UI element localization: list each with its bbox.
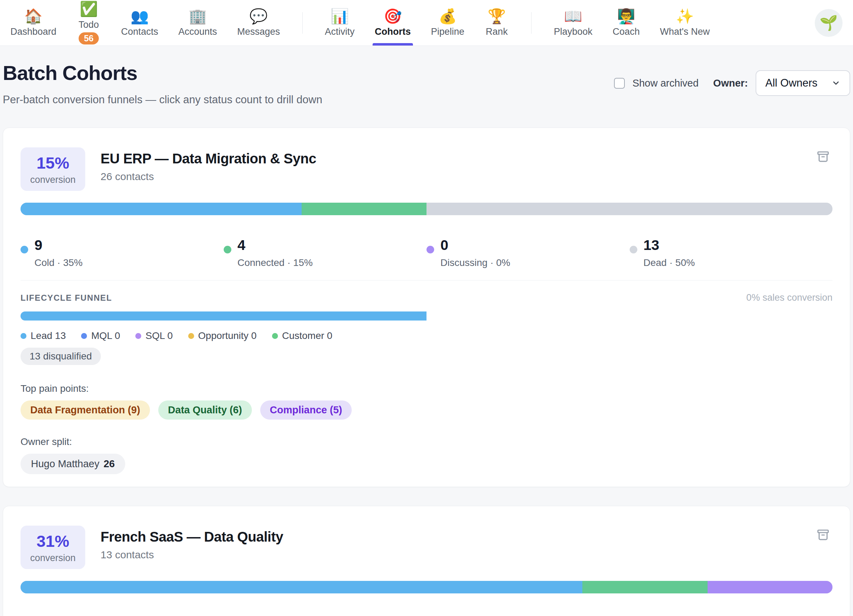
head-controls: Show archived Owner: All Owners: [614, 70, 850, 96]
legend-item: Lead 13: [21, 330, 66, 341]
owner-split-label: Owner split:: [21, 436, 832, 447]
archive-button[interactable]: [814, 526, 832, 545]
legend-label: Lead 13: [30, 330, 66, 341]
dashboard-icon: 🏠: [24, 8, 42, 24]
show-archived-label: Show archived: [633, 77, 698, 89]
pipeline-icon: 💰: [439, 8, 457, 24]
status-dot: [21, 246, 28, 253]
status-count: 0: [440, 238, 510, 253]
pain-point-chip: Compliance (5): [260, 401, 352, 419]
cohort-title: EU ERP — Data Migration & Sync: [100, 151, 316, 166]
cohorts-page: Batch Cohorts Per-batch conversion funne…: [0, 61, 853, 616]
pain-point-chip: Data Quality (6): [158, 401, 252, 419]
bar-segment-discussing: [707, 581, 832, 593]
legend-label: SQL 0: [146, 330, 173, 341]
page-subtitle: Per-batch conversion funnels — click any…: [3, 94, 322, 106]
contacts-label: Contacts: [121, 26, 158, 37]
status-distribution-bar: [21, 203, 832, 215]
status-dot: [630, 246, 637, 253]
nav-item-pipeline[interactable]: 💰 Pipeline: [431, 0, 464, 45]
archive-button[interactable]: [814, 147, 832, 167]
pain-point-chips: Data Fragmentation (9)Data Quality (6)Co…: [21, 401, 832, 419]
nav-item-messages[interactable]: 💬 Messages: [237, 0, 280, 45]
status-count-cell[interactable]: 0Discussing · 0%: [426, 238, 630, 268]
conversion-caption: conversion: [30, 553, 76, 563]
page-head-left: Batch Cohorts Per-batch conversion funne…: [3, 61, 322, 106]
pipeline-label: Pipeline: [431, 26, 464, 37]
show-archived-checkbox[interactable]: [614, 78, 625, 89]
todo-count-badge: 56: [79, 32, 99, 44]
cohorts-icon: 🎯: [384, 8, 402, 24]
owner-split-section: Owner split: Hugo Matthaey26: [21, 436, 832, 474]
activity-icon: 📊: [331, 8, 349, 24]
owner-count: 26: [104, 458, 115, 470]
accounts-label: Accounts: [179, 26, 217, 37]
nav-item-todo[interactable]: ✅ Todo 56: [76, 0, 101, 45]
todo-icon: ✅: [80, 1, 98, 17]
seedling-icon: 🌱: [820, 14, 838, 31]
legend-label: MQL 0: [91, 330, 120, 341]
accounts-icon: 🏢: [188, 8, 206, 24]
nav-item-accounts[interactable]: 🏢 Accounts: [179, 0, 217, 45]
rank-label: Rank: [486, 26, 508, 37]
lifecycle-funnel-label: LIFECYCLE FUNNEL: [21, 293, 112, 303]
conversion-badge: 31% conversion: [21, 526, 85, 569]
owner-pills: Hugo Matthaey26: [21, 447, 832, 474]
nav-item-playbook[interactable]: 📖 Playbook: [554, 0, 592, 45]
legend-label: Customer 0: [282, 330, 332, 341]
cohort-card-list: 15% conversion EU ERP — Data Migration &…: [3, 127, 850, 616]
user-avatar[interactable]: 🌱: [815, 9, 842, 37]
cohort-title: French SaaS — Data Quality: [100, 529, 283, 545]
page-title: Batch Cohorts: [3, 61, 322, 85]
top-navigation: 🏠 Dashboard ✅ Todo 56 👥 Contacts 🏢 Accou…: [0, 0, 853, 46]
legend-dot: [188, 333, 194, 339]
status-dot: [426, 246, 434, 253]
legend-item: Customer 0: [272, 330, 332, 341]
messages-icon: 💬: [249, 8, 267, 24]
nav-item-dashboard[interactable]: 🏠 Dashboard: [11, 0, 56, 45]
status-count-cell[interactable]: 4Connected · 15%: [224, 238, 427, 268]
cohort-card-1: 15% conversion EU ERP — Data Migration &…: [3, 127, 850, 487]
legend-dot: [81, 333, 87, 339]
nav-item-whats-new[interactable]: ✨ What's New: [660, 0, 710, 45]
funnel-lead-segment: [21, 312, 426, 321]
nav-item-cohorts[interactable]: 🎯 Cohorts: [375, 0, 411, 45]
nav-item-contacts[interactable]: 👥 Contacts: [121, 0, 158, 45]
owner-select[interactable]: All Owners: [756, 70, 850, 96]
cohort-contact-count: 26 contacts: [100, 171, 316, 183]
legend-item: SQL 0: [135, 330, 173, 341]
whats-new-icon: ✨: [675, 8, 694, 24]
pain-point-chip: Data Fragmentation (9): [21, 401, 150, 419]
nav-divider: [531, 12, 531, 34]
rank-icon: 🏆: [488, 8, 506, 24]
nav-item-activity[interactable]: 📊 Activity: [325, 0, 355, 45]
cohort-contact-count: 13 contacts: [100, 549, 283, 561]
legend-item: Opportunity 0: [188, 330, 257, 341]
cohort-card-2: 31% conversion French SaaS — Data Qualit…: [3, 506, 850, 616]
lifecycle-funnel-bar: [21, 312, 832, 321]
status-distribution-bar: [21, 581, 832, 593]
status-texts: 0Discussing · 0%: [440, 238, 510, 268]
status-count-cell[interactable]: 13Dead · 50%: [630, 238, 833, 268]
archive-box-icon: [816, 528, 830, 542]
nav-item-coach[interactable]: 👨‍🏫 Coach: [613, 0, 640, 45]
conversion-badge: 15% conversion: [21, 147, 85, 191]
status-texts: 9Cold · 35%: [35, 238, 83, 268]
bar-segment-connected: [582, 581, 707, 593]
playbook-icon: 📖: [564, 8, 582, 24]
status-grid: 9Cold · 35%4Connected · 15%0Discussing ·…: [21, 238, 832, 268]
status-label: Discussing · 0%: [440, 257, 510, 268]
status-texts: 13Dead · 50%: [644, 238, 695, 268]
legend-item: MQL 0: [81, 330, 120, 341]
lifecycle-funnel-section: LIFECYCLE FUNNEL 0% sales conversion Lea…: [21, 280, 832, 365]
owner-name: Hugo Matthaey: [31, 458, 100, 470]
status-label: Cold · 35%: [35, 257, 83, 268]
todo-label: Todo: [79, 20, 99, 30]
nav-item-rank[interactable]: 🏆 Rank: [484, 0, 509, 45]
pain-points-section: Top pain points: Data Fragmentation (9)D…: [21, 383, 832, 419]
nav-items: 🏠 Dashboard ✅ Todo 56 👥 Contacts 🏢 Accou…: [11, 0, 710, 45]
owner-select-value: All Owners: [765, 77, 818, 89]
status-count-cell[interactable]: 9Cold · 35%: [21, 238, 224, 268]
owner-filter-label: Owner:: [713, 77, 748, 89]
bar-segment-cold: [21, 203, 302, 215]
